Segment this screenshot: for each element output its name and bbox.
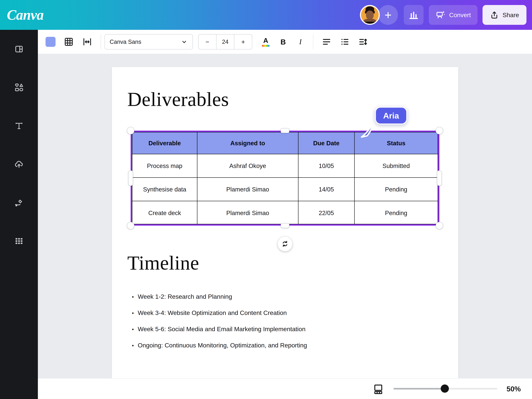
zoom-slider[interactable] xyxy=(393,388,497,390)
table-cell[interactable]: 14/05 xyxy=(298,178,355,201)
convert-button[interactable]: Convert xyxy=(429,5,477,25)
top-bar: Canva + xyxy=(0,0,532,30)
resize-handle-bottom[interactable] xyxy=(281,223,289,228)
sidebar-item-text[interactable] xyxy=(14,121,24,131)
table-cell[interactable]: Pending xyxy=(355,178,438,201)
timeline-heading[interactable]: Timeline xyxy=(127,252,199,274)
avatar-face xyxy=(366,11,374,19)
avatar[interactable] xyxy=(360,5,380,25)
font-size-value[interactable]: 24 xyxy=(216,35,234,49)
resize-handle-top-right[interactable] xyxy=(436,127,443,134)
table-cell[interactable]: Pending xyxy=(355,201,438,225)
column-spacing-button[interactable] xyxy=(82,37,92,47)
column-spacing-icon xyxy=(82,37,92,47)
font-size-increase-button[interactable]: + xyxy=(234,35,252,49)
bullet-text: Ongoing: Continuous Monitoring, Optimiza… xyxy=(138,342,307,349)
cloud-upload-icon xyxy=(14,159,24,169)
align-left-icon xyxy=(322,37,331,47)
bullet-glyph: • xyxy=(132,310,138,316)
sidebar-item-apps[interactable] xyxy=(14,236,24,246)
table-color-swatch[interactable] xyxy=(45,37,56,47)
grid-view-button[interactable] xyxy=(372,383,384,395)
line-spacing-button[interactable] xyxy=(358,37,368,47)
resize-handle-top-left[interactable] xyxy=(127,127,134,134)
avatar-shirt xyxy=(364,22,376,25)
table-cell[interactable]: Process map xyxy=(132,154,197,178)
font-size-stepper: − 24 + xyxy=(198,34,252,50)
table-header-cell[interactable]: Deliverable xyxy=(132,132,197,154)
elements-shapes-icon xyxy=(14,82,24,93)
bar-chart-icon xyxy=(408,9,419,21)
table-grid-button[interactable] xyxy=(64,37,74,47)
canva-logo: Canva xyxy=(7,7,44,23)
list-item[interactable]: • Week 1-2: Research and Planning xyxy=(132,293,307,300)
table-grid-icon xyxy=(64,37,74,47)
rotate-icon xyxy=(281,240,289,248)
italic-button[interactable]: I xyxy=(295,38,306,46)
resize-handle-left[interactable] xyxy=(128,170,133,186)
convert-label: Convert xyxy=(449,11,471,19)
bullet-text: Week 5-6: Social Media and Email Marketi… xyxy=(138,325,305,333)
resize-handle-bottom-left[interactable] xyxy=(127,222,134,229)
toolbar-divider xyxy=(313,34,313,50)
plus-icon: + xyxy=(385,8,392,22)
list-item[interactable]: • Ongoing: Continuous Monitoring, Optimi… xyxy=(132,342,307,349)
design-canvas: Deliverables Deliverable Assigned to Due… xyxy=(38,54,532,378)
share-button[interactable]: Share xyxy=(482,5,526,25)
zoom-level[interactable]: 50% xyxy=(507,385,521,393)
text-color-glyph: A xyxy=(263,37,268,44)
table-cell[interactable]: Plamerdi Simao xyxy=(197,201,298,225)
sidebar-item-elements[interactable] xyxy=(14,82,24,93)
table-element[interactable]: Deliverable Assigned to Due Date Status … xyxy=(132,132,438,224)
text-color-button[interactable]: A xyxy=(260,37,271,47)
timeline-bullet-list[interactable]: • Week 1-2: Research and Planning • Week… xyxy=(132,293,307,349)
apps-grid-icon xyxy=(14,236,24,246)
zoom-slider-fill xyxy=(393,388,444,390)
table-cell[interactable]: Synthesise data xyxy=(132,178,197,201)
font-size-decrease-button[interactable]: − xyxy=(199,35,216,49)
chevron-down-icon xyxy=(181,38,188,45)
line-spacing-icon xyxy=(358,37,368,47)
status-bar: 50% xyxy=(38,378,532,399)
object-panel-rail xyxy=(0,30,38,399)
font-name: Canva Sans xyxy=(110,38,141,45)
sidebar-item-design[interactable] xyxy=(14,44,24,54)
design-icon xyxy=(14,44,24,54)
table-cell[interactable]: Plamerdi Simao xyxy=(197,178,298,201)
collaborator-cursor-arrow xyxy=(360,122,376,139)
top-bar-actions: + Convert S xyxy=(360,0,526,30)
table-cell[interactable]: 22/05 xyxy=(298,201,355,225)
table-cell[interactable]: Create deck xyxy=(132,201,197,225)
collaborator-cursor-label: Aria xyxy=(375,107,407,125)
zoom-slider-thumb[interactable] xyxy=(441,385,449,393)
bullet-glyph: • xyxy=(132,343,138,348)
insights-button[interactable] xyxy=(404,5,424,25)
bold-button[interactable]: B xyxy=(278,38,288,46)
sidebar-item-draw[interactable] xyxy=(14,198,24,208)
rotate-handle[interactable] xyxy=(277,236,293,252)
sidebar-item-uploads[interactable] xyxy=(14,159,24,169)
font-selector[interactable]: Canva Sans xyxy=(105,34,193,50)
resize-handle-bottom-right[interactable] xyxy=(436,222,443,229)
canva-editor: Canva + xyxy=(0,0,532,399)
bullet-text: Week 3-4: Website Optimization and Conte… xyxy=(138,309,287,317)
table-header-cell[interactable]: Assigned to xyxy=(197,132,298,154)
add-member-button[interactable]: + xyxy=(378,5,398,25)
toolbar-divider xyxy=(101,34,101,50)
list-item[interactable]: • Week 3-4: Website Optimization and Con… xyxy=(132,309,307,317)
share-upload-icon xyxy=(490,10,499,19)
alignment-button[interactable] xyxy=(322,37,332,47)
table-header-cell[interactable]: Due Date xyxy=(298,132,355,154)
list-item[interactable]: • Week 5-6: Social Media and Email Marke… xyxy=(132,325,307,333)
bullet-list-button[interactable] xyxy=(340,37,350,47)
share-label: Share xyxy=(503,11,519,19)
deliverables-heading[interactable]: Deliverables xyxy=(127,88,229,111)
table-cell[interactable]: 10/05 xyxy=(298,154,355,178)
table-cell[interactable]: Submitted xyxy=(355,154,438,178)
bullet-glyph: • xyxy=(132,294,138,300)
document-page[interactable]: Deliverables Deliverable Assigned to Due… xyxy=(112,67,458,378)
table-cell[interactable]: Ashraf Okoye xyxy=(197,154,298,178)
resize-handle-top[interactable] xyxy=(281,128,289,133)
bullet-glyph: • xyxy=(132,326,138,332)
resize-handle-right[interactable] xyxy=(437,170,442,186)
